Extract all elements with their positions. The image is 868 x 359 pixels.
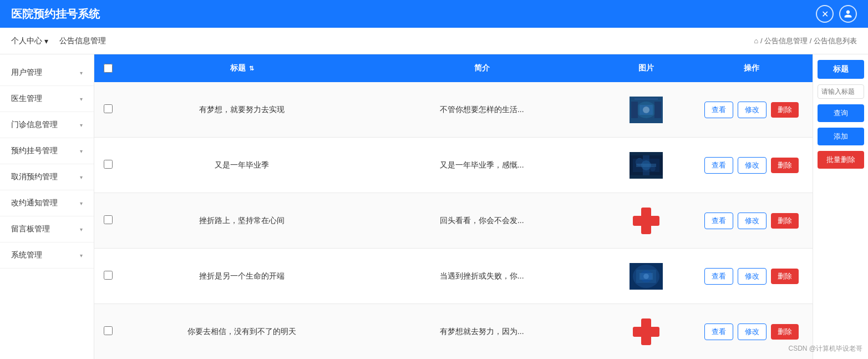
- app-title: 医院预约挂号系统: [11, 7, 100, 22]
- layout: 用户管理 ▾ 医生管理 ▾ 门诊信息管理 ▾ 预约挂号管理 ▾ 取消预约管理 ▾…: [0, 54, 868, 359]
- sidebar-item-reschedule-notification[interactable]: 改约通知管理 ▾: [0, 190, 94, 216]
- chevron-down-icon: ▾: [80, 226, 83, 232]
- delete-button[interactable]: 删除: [771, 158, 799, 173]
- row-summary: 不管你想要怎样的生活...: [362, 99, 602, 120]
- svg-rect-5: [631, 102, 638, 118]
- row-title: 有梦想，就要努力去实现: [122, 99, 362, 120]
- watermark: CSDN @计算机毕设老哥: [788, 344, 862, 353]
- edit-button[interactable]: 修改: [738, 268, 767, 285]
- delete-button[interactable]: 删除: [771, 213, 799, 229]
- sidebar-item-system-management[interactable]: 系统管理 ▾: [0, 242, 94, 269]
- table-row: 又是一年毕业季 又是一年毕业季，感慨...: [94, 138, 813, 193]
- right-panel: 标题 查询 添加 批量删除: [813, 54, 868, 359]
- row-summary: 有梦想就去努力，因为...: [362, 321, 602, 342]
- row-select-checkbox[interactable]: [104, 160, 113, 169]
- sidebar-item-message-board[interactable]: 留言板管理 ▾: [0, 216, 94, 242]
- svg-point-23: [643, 274, 649, 279]
- row-title: 又是一年毕业季: [122, 155, 362, 176]
- row-title: 你要去相信，没有到不了的明天: [122, 321, 362, 342]
- chevron-down-icon: ▾: [80, 122, 83, 128]
- table-row: 有梦想，就要努力去实现 不管你想要怎样的生活... 查看: [94, 82, 813, 138]
- sidebar-item-clinic-management[interactable]: 门诊信息管理 ▾: [0, 112, 94, 138]
- th-checkbox: [94, 64, 122, 73]
- view-button[interactable]: 查看: [704, 213, 733, 229]
- user-icon[interactable]: [839, 5, 857, 23]
- th-summary: 简介: [362, 63, 602, 73]
- header: 医院预约挂号系统 ✕: [0, 0, 868, 28]
- row-actions: 查看 修改 删除: [691, 318, 813, 346]
- svg-rect-14: [636, 164, 656, 167]
- edit-button[interactable]: 修改: [738, 157, 767, 174]
- table-row: 挫折是另一个生命的开端 当遇到挫折或失败，你... 查看: [94, 249, 813, 304]
- view-button[interactable]: 查看: [704, 157, 733, 174]
- title-label-button: 标题: [818, 60, 864, 79]
- table-row: 你要去相信，没有到不了的明天 有梦想就去努力，因为... 查看 修改 删除: [94, 304, 813, 359]
- view-button[interactable]: 查看: [704, 102, 733, 118]
- row-image: [602, 88, 691, 132]
- chevron-down-icon: ▾: [80, 174, 83, 180]
- table-header: 标题 ⇅ 简介 图片 操作: [94, 54, 813, 82]
- row-image: [602, 143, 691, 188]
- batch-delete-button[interactable]: 批量删除: [818, 151, 864, 169]
- svg-rect-16: [633, 216, 659, 226]
- sidebar: 用户管理 ▾ 医生管理 ▾ 门诊信息管理 ▾ 预约挂号管理 ▾ 取消预约管理 ▾…: [0, 54, 94, 359]
- table-row: 挫折路上，坚持常在心间 回头看看，你会不会发... 查看 修改 删除: [94, 193, 813, 249]
- action-buttons: 查看 修改 删除: [696, 323, 807, 340]
- sidebar-item-cancel-appointment[interactable]: 取消预约管理 ▾: [0, 164, 94, 190]
- row-checkbox: [94, 265, 122, 287]
- view-button[interactable]: 查看: [704, 268, 733, 285]
- action-buttons: 查看 修改 删除: [696, 102, 807, 118]
- edit-button[interactable]: 修改: [738, 102, 767, 118]
- close-icon[interactable]: ✕: [816, 5, 834, 23]
- medical-cross-icon: [618, 200, 674, 241]
- chevron-down-icon: ▾: [80, 200, 83, 206]
- row-summary: 回头看看，你会不会发...: [362, 210, 602, 231]
- row-summary: 又是一年毕业季，感慨...: [362, 155, 602, 176]
- edit-button[interactable]: 修改: [738, 323, 767, 340]
- delete-button[interactable]: 删除: [771, 102, 799, 118]
- main-content: 标题 ⇅ 简介 图片 操作 有梦想，就要努力去实现 不管你想要怎样的生活...: [94, 54, 868, 359]
- row-select-checkbox[interactable]: [104, 104, 113, 113]
- action-buttons: 查看 修改 删除: [696, 213, 807, 229]
- delete-button[interactable]: 删除: [771, 324, 799, 340]
- title-search-input[interactable]: [818, 84, 864, 99]
- navbar: 个人中心 ▾ 公告信息管理 ⌂ / 公告信息管理 / 公告信息列表: [0, 28, 868, 54]
- row-checkbox: [94, 321, 122, 342]
- sidebar-item-doctor-management[interactable]: 医生管理 ▾: [0, 86, 94, 112]
- chevron-down-icon: ▾: [80, 96, 83, 102]
- breadcrumb: ⌂ / 公告信息管理 / 公告信息列表: [754, 36, 857, 46]
- medical-cross-icon: [618, 311, 674, 352]
- row-actions: 查看 修改 删除: [691, 151, 813, 179]
- chevron-down-icon: ▾: [80, 252, 83, 259]
- action-buttons: 查看 修改 删除: [696, 157, 807, 174]
- add-button[interactable]: 添加: [818, 128, 864, 145]
- row-checkbox: [94, 99, 122, 120]
- header-icons: ✕: [816, 5, 857, 23]
- select-all-checkbox[interactable]: [104, 64, 113, 73]
- action-buttons: 查看 修改 删除: [696, 268, 807, 285]
- delete-button[interactable]: 删除: [771, 269, 799, 284]
- row-actions: 查看 修改 删除: [691, 207, 813, 235]
- th-actions: 操作: [691, 63, 813, 73]
- row-image: [602, 194, 691, 247]
- row-title: 挫折路上，坚持常在心间: [122, 210, 362, 231]
- row-image: [602, 254, 691, 299]
- sidebar-item-user-management[interactable]: 用户管理 ▾: [0, 60, 94, 86]
- th-image: 图片: [602, 63, 691, 73]
- svg-rect-25: [633, 327, 659, 337]
- table-area: 标题 ⇅ 简介 图片 操作 有梦想，就要努力去实现 不管你想要怎样的生活...: [94, 54, 813, 359]
- row-select-checkbox[interactable]: [104, 326, 113, 335]
- view-button[interactable]: 查看: [704, 323, 733, 340]
- row-summary: 当遇到挫折或失败，你...: [362, 266, 602, 287]
- row-actions: 查看 修改 删除: [691, 96, 813, 124]
- row-select-checkbox[interactable]: [104, 271, 113, 280]
- row-select-checkbox[interactable]: [104, 215, 113, 224]
- row-image: [602, 305, 691, 358]
- sort-icon: ⇅: [249, 65, 254, 72]
- row-title: 挫折是另一个生命的开端: [122, 266, 362, 287]
- sidebar-item-appointment-management[interactable]: 预约挂号管理 ▾: [0, 138, 94, 164]
- query-button[interactable]: 查询: [818, 104, 864, 122]
- svg-point-4: [643, 107, 649, 113]
- personal-center-menu[interactable]: 个人中心 ▾: [11, 36, 48, 46]
- edit-button[interactable]: 修改: [738, 213, 767, 229]
